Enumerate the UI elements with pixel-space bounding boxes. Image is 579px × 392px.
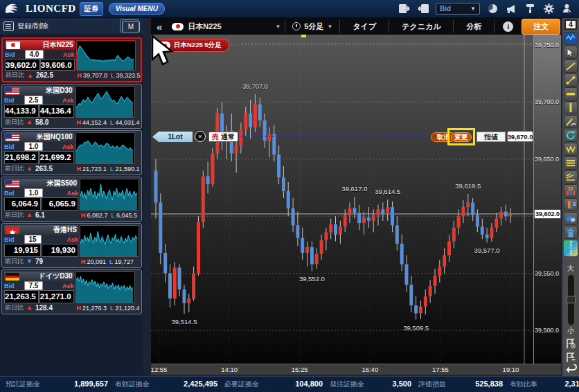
quote-panel: 日本N225 Bid 4.0 Ask 39,602.0 39,606.0 前日比… bbox=[5, 40, 75, 80]
order-type-label: 通常 bbox=[221, 132, 235, 142]
ask-price[interactable]: 44,136.4 bbox=[39, 105, 74, 117]
time-axis-label: 12:55 bbox=[145, 366, 173, 373]
watchlist-item-de-ドイツD30[interactable]: ドイツD30 Bid 7.5 Ask 21,263.5 21,271.0 前日比… bbox=[1, 269, 142, 314]
price-width-icon[interactable]: 10 bbox=[564, 198, 578, 211]
popin-icon[interactable] bbox=[417, 3, 429, 15]
line-color-icon[interactable]: Line Color bbox=[564, 240, 578, 256]
order-close-icon[interactable]: × bbox=[195, 131, 206, 142]
app-logo: LIONCFD 証券 bbox=[0, 2, 103, 16]
status-value: 104,800 bbox=[263, 380, 323, 388]
flag-remove-icon[interactable] bbox=[564, 350, 578, 364]
spread-value: 1.0 bbox=[24, 142, 44, 151]
price-annotation: 39,707.0 bbox=[233, 82, 277, 90]
bid-price[interactable]: 44,133.9 bbox=[4, 105, 39, 117]
up-triangle-icon: ▲ bbox=[26, 304, 33, 311]
fan-lines-icon[interactable] bbox=[564, 170, 578, 184]
prev-day-label: 前日比 bbox=[5, 303, 24, 312]
time-axis-label: 17:55 bbox=[427, 366, 454, 373]
up-triangle-icon: ▲ bbox=[26, 165, 33, 172]
vertical-line-icon[interactable] bbox=[564, 101, 578, 114]
timeframe-dropdown[interactable]: 5分足 ▼ bbox=[285, 19, 340, 33]
layout-count-button[interactable]: 4 bbox=[564, 19, 577, 30]
symbol-dropdown[interactable]: 日本N225 ▼ bbox=[168, 19, 285, 33]
horizontal-line-icon[interactable] bbox=[564, 87, 578, 100]
order-price-box[interactable]: 39,670.0 bbox=[507, 131, 533, 142]
price-row: 44,133.9 44,136.4 bbox=[4, 105, 74, 117]
zoom-slider[interactable]: 大 小 bbox=[567, 264, 574, 336]
ask-price[interactable]: 19,930 bbox=[42, 244, 78, 256]
ask-price[interactable]: 6,065.9 bbox=[42, 197, 78, 210]
svg-text:10: 10 bbox=[568, 186, 573, 191]
parallel-lines-icon[interactable] bbox=[564, 157, 578, 170]
info-icon[interactable]: i bbox=[503, 21, 513, 32]
bid-price[interactable]: 19,915 bbox=[4, 244, 41, 256]
eraser-icon[interactable] bbox=[564, 212, 578, 225]
visual-menu-button[interactable]: Visual MENU bbox=[109, 3, 165, 15]
high-label: H bbox=[77, 166, 82, 172]
high-low-row: H44,152.4 L44,031.4 bbox=[75, 118, 140, 127]
flag-add-icon[interactable] bbox=[564, 337, 578, 350]
megaphone-icon[interactable] bbox=[505, 3, 517, 15]
lion-logo-icon bbox=[4, 3, 22, 15]
user-search-icon[interactable] bbox=[561, 3, 573, 15]
rotate-icon[interactable] bbox=[564, 129, 578, 142]
candlestick-chart[interactable]: 日本N225 5分足 39,707.039,617.039,614.539,61… bbox=[151, 35, 533, 364]
zoom-slider-handle[interactable] bbox=[567, 296, 576, 303]
ask-price[interactable]: 39,606.0 bbox=[40, 59, 75, 71]
zoom-slider-track[interactable] bbox=[568, 275, 574, 325]
bid-price[interactable]: 21,698.2 bbox=[4, 151, 39, 163]
price-row: 6,064.9 6,065.9 bbox=[4, 197, 78, 210]
clock-icon bbox=[292, 22, 301, 30]
order-button[interactable]: 注文 bbox=[522, 19, 560, 35]
watchlist-item-us-米国NQ100[interactable]: 米国NQ100 Bid 1.0 Ask 21,698.2 21,699.2 前日… bbox=[1, 130, 142, 175]
bid-ask-dropdown[interactable]: Bid▼ bbox=[436, 3, 480, 15]
trash-icon[interactable] bbox=[564, 226, 578, 239]
change-value: 262.5 bbox=[36, 71, 53, 79]
watchlist-item-hk-香港HS[interactable]: 香港HS Bid 15 Ask 19,915 19,930 前日比 ▼ 79 bbox=[1, 223, 142, 268]
status-item: 必要証拠金 104,800 bbox=[224, 380, 323, 389]
freehand-draw-icon[interactable] bbox=[564, 115, 578, 128]
price-axis[interactable]: 39,750.039,700.039,650.039,550.039,500.0… bbox=[533, 35, 561, 364]
zigzag-icon[interactable] bbox=[564, 143, 578, 156]
bid-label: Bid bbox=[4, 236, 15, 243]
watchlist-item-us-米国S500[interactable]: 米国S500 Bid 1.0 Ask 6,064.9 6,065.9 前日比 ▲… bbox=[1, 177, 142, 222]
ask-price[interactable]: 21,699.2 bbox=[39, 151, 74, 163]
chart-toolbar: « 日本N225 ▼ 5分足 ▼ タイプ テクニカル 分析 i 注文 bbox=[151, 18, 561, 35]
order-side-label: 売 bbox=[212, 132, 219, 142]
change-value: 58.0 bbox=[35, 118, 48, 126]
segment-line-icon[interactable] bbox=[564, 73, 578, 87]
order-lot-tag[interactable]: 1Lot bbox=[152, 132, 193, 142]
bid-price[interactable]: 39,602.0 bbox=[5, 59, 39, 71]
analysis-button[interactable]: 分析 bbox=[454, 19, 495, 33]
bid-ask-row: Bid 1.0 Ask bbox=[4, 188, 78, 197]
popout-icon[interactable] bbox=[398, 3, 411, 15]
securities-badge: 証券 bbox=[80, 2, 103, 16]
high-label: H bbox=[78, 72, 82, 79]
chart-type-button[interactable]: タイプ bbox=[340, 19, 389, 33]
bid-price[interactable]: 6,064.9 bbox=[4, 197, 41, 210]
trend-line-icon[interactable] bbox=[564, 60, 578, 73]
pie-icon[interactable] bbox=[486, 3, 499, 15]
low-label: L bbox=[112, 212, 116, 219]
watchlist-item-us-米国D30[interactable]: 米国D30 Bid 2.5 Ask 44,133.9 44,136.4 前日比 … bbox=[1, 84, 142, 129]
candle-alert-icon[interactable] bbox=[564, 32, 578, 45]
technical-button[interactable]: テクニカル bbox=[389, 19, 454, 33]
watchlist-item-jp-日本N225[interactable]: 日本N225 Bid 4.0 Ask 39,602.0 39,606.0 前日比… bbox=[1, 37, 142, 82]
bar-count-icon[interactable]: 10 bbox=[564, 184, 578, 197]
undo-icon[interactable] bbox=[565, 364, 577, 375]
sparkline-chart bbox=[80, 179, 139, 211]
bid-label: Bid bbox=[4, 283, 15, 289]
hk-flag-icon bbox=[6, 226, 19, 234]
mini-window-button[interactable]: M bbox=[122, 21, 140, 33]
gear-icon[interactable] bbox=[542, 3, 555, 15]
ask-price[interactable]: 21,271.0 bbox=[39, 290, 74, 303]
jp-flag-icon bbox=[6, 42, 20, 49]
collapse-sidebar-button[interactable]: « bbox=[151, 21, 168, 33]
time-axis[interactable]: 12:5514:1015:2516:4017:5519:10 bbox=[151, 364, 561, 375]
bid-price[interactable]: 21,263.5 bbox=[4, 290, 39, 303]
status-value: 1,899,657 bbox=[44, 380, 108, 388]
prev-day-label: 前日比 bbox=[6, 71, 24, 80]
paint-roller-icon[interactable] bbox=[524, 3, 536, 15]
instrument-header: ドイツD30 bbox=[4, 271, 74, 281]
pointer-icon[interactable] bbox=[564, 46, 578, 59]
